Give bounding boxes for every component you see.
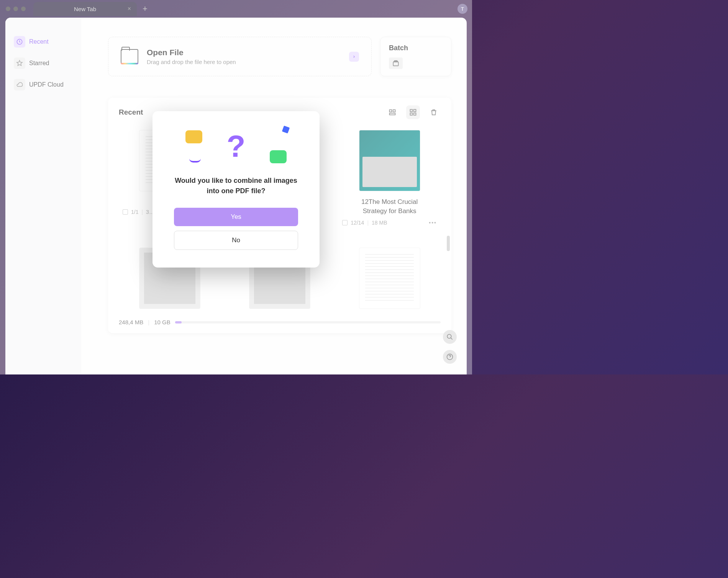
speech-bubble-icon [270, 150, 287, 163]
combine-modal: ? Would you like to combine all images i… [152, 111, 320, 268]
cube-icon [282, 126, 290, 134]
yes-button[interactable]: Yes [174, 208, 298, 226]
squiggle-icon [189, 158, 201, 163]
modal-overlay: ? Would you like to combine all images i… [0, 0, 472, 374]
no-button[interactable]: No [174, 231, 298, 250]
speech-bubble-icon [185, 130, 202, 143]
question-mark-icon: ? [227, 129, 246, 164]
modal-illustration: ? [174, 126, 298, 166]
modal-message: Would you like to combine all images int… [174, 176, 298, 196]
